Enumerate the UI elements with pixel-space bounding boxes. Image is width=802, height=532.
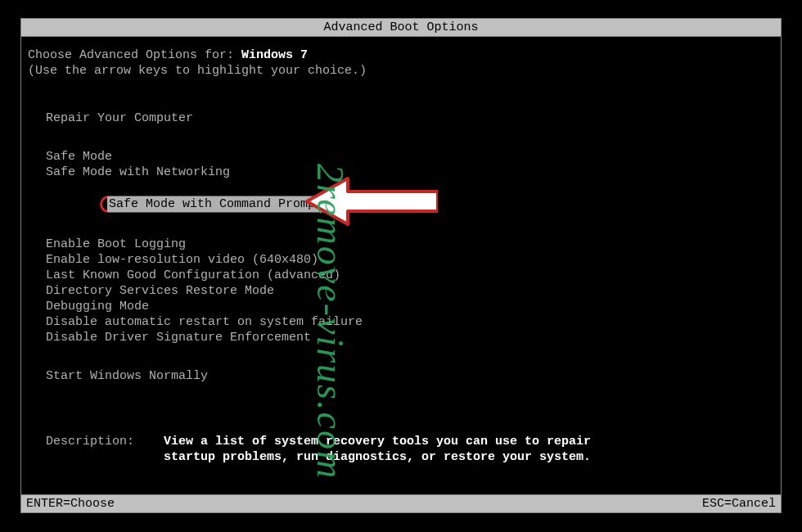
description-text: View a list of system recovery tools you… bbox=[164, 435, 591, 466]
menu-item-safe-mode-networking[interactable]: Safe Mode with Networking bbox=[46, 165, 774, 180]
boot-options-window: Advanced Boot Options Choose Advanced Op… bbox=[20, 18, 782, 513]
footer-esc: ESC=Cancel bbox=[702, 497, 776, 511]
window-title: Advanced Boot Options bbox=[323, 20, 478, 34]
menu-item-disable-auto-restart[interactable]: Disable automatic restart on system fail… bbox=[46, 314, 774, 330]
selection-highlight: Safe Mode with Command Prompt bbox=[100, 196, 338, 213]
menu-item-disable-driver-sig[interactable]: Disable Driver Signature Enforcement bbox=[46, 330, 774, 345]
menu-item-debugging[interactable]: Debugging Mode bbox=[46, 299, 774, 314]
boot-menu[interactable]: Repair Your Computer Safe Mode Safe Mode… bbox=[28, 88, 774, 385]
menu-item-last-known-good[interactable]: Last Known Good Configuration (advanced) bbox=[46, 268, 774, 283]
description-block: Description: View a list of system recov… bbox=[28, 435, 774, 466]
hint-line: (Use the arrow keys to highlight your ch… bbox=[28, 64, 774, 79]
footer-enter: ENTER=Choose bbox=[26, 497, 115, 511]
menu-item-boot-logging[interactable]: Enable Boot Logging bbox=[46, 237, 774, 252]
choose-line: Choose Advanced Options for: Windows 7 bbox=[28, 48, 774, 64]
title-bar: Advanced Boot Options bbox=[21, 19, 781, 37]
menu-item-ds-restore[interactable]: Directory Services Restore Mode bbox=[46, 283, 774, 299]
menu-item-safe-mode-cmd[interactable]: Safe Mode with Command Prompt bbox=[46, 180, 774, 228]
footer-bar: ENTER=Choose ESC=Cancel bbox=[21, 494, 781, 512]
content-area: Choose Advanced Options for: Windows 7 (… bbox=[21, 37, 781, 466]
description-label: Description: bbox=[46, 435, 164, 466]
menu-item-start-normally[interactable]: Start Windows Normally bbox=[46, 368, 774, 384]
menu-item-safe-mode[interactable]: Safe Mode bbox=[46, 149, 774, 165]
menu-item-low-res[interactable]: Enable low-resolution video (640x480) bbox=[46, 252, 774, 268]
menu-item-repair[interactable]: Repair Your Computer bbox=[46, 110, 774, 126]
os-name: Windows 7 bbox=[241, 48, 308, 62]
